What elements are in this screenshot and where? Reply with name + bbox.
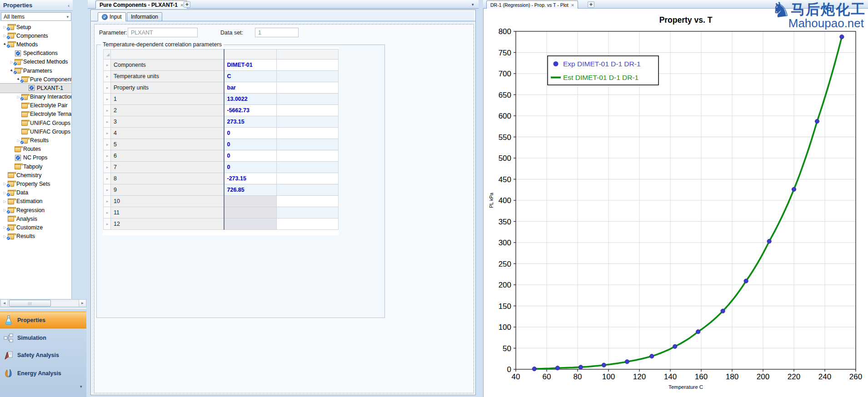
scrollbar-thumb[interactable]: ||| bbox=[9, 300, 51, 307]
row-selector-icon[interactable]: ▸ bbox=[104, 150, 111, 162]
tree-item-regression[interactable]: ▷✓Regression bbox=[0, 206, 71, 214]
empty-cell[interactable] bbox=[277, 207, 339, 218]
row-selector-icon[interactable]: ▸ bbox=[104, 82, 111, 94]
row-selector-icon[interactable]: ▸ bbox=[104, 105, 111, 116]
tree-item-chemistry[interactable]: Chemistry bbox=[0, 171, 71, 179]
tree-item-nc-props[interactable]: ✓NC Props bbox=[0, 154, 71, 162]
tab-information[interactable]: Information bbox=[127, 12, 162, 21]
module-button-energy-analysis[interactable]: Energy Analysis bbox=[0, 367, 86, 380]
tree-item-routes[interactable]: Routes bbox=[0, 145, 71, 154]
row-selector-icon[interactable]: ▸ bbox=[104, 173, 111, 184]
row-value-cell[interactable]: bar bbox=[224, 82, 277, 94]
tree-item-setup[interactable]: ▷✓Setup bbox=[0, 23, 71, 31]
configure-buttons-chevron-icon[interactable]: ▾ bbox=[80, 384, 82, 389]
empty-cell[interactable] bbox=[277, 94, 339, 105]
parameter-field[interactable]: PLXANT bbox=[128, 28, 198, 37]
empty-cell[interactable] bbox=[277, 173, 339, 184]
row-selector-icon[interactable]: ▸ bbox=[104, 60, 111, 71]
scroll-left-icon[interactable]: ◄ bbox=[1, 300, 8, 307]
tree-item-analysis[interactable]: Analysis bbox=[0, 214, 71, 223]
new-tab-button[interactable]: + bbox=[588, 1, 594, 8]
tab-overflow-icon[interactable]: ▾ bbox=[472, 2, 474, 7]
expand-arrow-icon[interactable]: ▷ bbox=[2, 199, 8, 203]
empty-cell[interactable] bbox=[277, 116, 339, 128]
tree-item-results[interactable]: ▷✓Results bbox=[0, 136, 71, 144]
empty-cell[interactable] bbox=[277, 162, 339, 173]
tree-item-components[interactable]: ▷✓Components bbox=[0, 31, 71, 40]
row-selector-icon[interactable]: ▸ bbox=[104, 162, 111, 173]
tree-item-parameters[interactable]: ▼✓Parameters bbox=[0, 66, 71, 75]
tree-item-electrolyte-ternary[interactable]: Electrolyte Ternary bbox=[0, 110, 71, 119]
select-all-corner-icon[interactable]: ◢ bbox=[106, 52, 110, 57]
tree-item-specifications[interactable]: ✓Specifications bbox=[0, 49, 71, 58]
pane-splitter[interactable] bbox=[479, 0, 483, 397]
empty-cell[interactable] bbox=[277, 218, 339, 230]
row-value-cell[interactable]: 13.0022 bbox=[224, 94, 277, 105]
tree-horizontal-scrollbar[interactable]: ◄ ||| ► bbox=[0, 299, 86, 307]
row-selector-icon[interactable]: ▸ bbox=[104, 184, 111, 196]
module-button-safety-analysis[interactable]: Safety Analysis bbox=[0, 349, 86, 362]
row-value-cell[interactable]: -273.15 bbox=[224, 173, 277, 184]
tab-pure-components-plxant-1[interactable]: Pure Components - PLXANT-1 × bbox=[95, 0, 187, 9]
tree-item-data[interactable]: ▷✓Data bbox=[0, 189, 71, 197]
row-selector-icon[interactable]: ▸ bbox=[104, 71, 111, 82]
row-selector-icon[interactable]: ▸ bbox=[104, 196, 111, 207]
empty-cell[interactable] bbox=[277, 82, 339, 94]
empty-cell[interactable] bbox=[277, 105, 339, 116]
exp-data-point bbox=[650, 354, 654, 358]
tab-input[interactable]: ✓ Input bbox=[98, 12, 126, 21]
x-tick-label: 180 bbox=[726, 372, 738, 381]
row-value-cell[interactable] bbox=[224, 218, 277, 230]
tree-filter-dropdown[interactable]: All Items ▾ bbox=[1, 12, 71, 21]
empty-cell[interactable] bbox=[277, 150, 339, 162]
tree-item-property-sets[interactable]: ▷✓Property Sets bbox=[0, 179, 71, 188]
row-value-cell[interactable]: 0 bbox=[224, 162, 277, 173]
row-value-cell[interactable]: DIMET-01 bbox=[224, 60, 277, 71]
tree-item-selected-methods[interactable]: ▷✓Selected Methods bbox=[0, 58, 71, 66]
row-selector-icon[interactable]: ▸ bbox=[104, 218, 111, 230]
collapse-panel-icon[interactable]: ‹ bbox=[68, 3, 70, 8]
tree-item-binary-interaction[interactable]: ▷✓Binary Interaction bbox=[0, 93, 71, 101]
row-value-cell[interactable]: C bbox=[224, 71, 277, 82]
tree-item-pure-components[interactable]: ▼✓Pure Components bbox=[0, 75, 71, 84]
row-value-cell[interactable]: 726.85 bbox=[224, 184, 277, 196]
row-selector-icon[interactable]: ▸ bbox=[104, 94, 111, 105]
parameter-table: ◢▸ComponentsDIMET-01▸Temperature unitsC▸… bbox=[103, 49, 339, 230]
close-tab-icon[interactable]: × bbox=[180, 2, 183, 8]
tree-item-tabpoly[interactable]: Tabpoly bbox=[0, 162, 71, 171]
row-selector-icon[interactable]: ▸ bbox=[104, 128, 111, 139]
tree-item-electrolyte-pair[interactable]: Electrolyte Pair bbox=[0, 101, 71, 110]
row-selector-icon[interactable]: ▸ bbox=[104, 139, 111, 150]
row-value-cell[interactable] bbox=[224, 196, 277, 207]
tree-item-estimation[interactable]: ▷Estimation bbox=[0, 197, 71, 206]
tree-item-plxant-1[interactable]: ✓PLXANT-1 bbox=[0, 84, 71, 92]
empty-cell[interactable] bbox=[277, 196, 339, 207]
tree-item-customize[interactable]: ▷✓Customize bbox=[0, 223, 71, 232]
module-button-simulation[interactable]: Simulation bbox=[0, 332, 86, 344]
tree-item-results[interactable]: ▷✓Results bbox=[0, 232, 71, 241]
tab-dr1-regression-plot[interactable]: DR-1 (Regression) - Prop. vs T - Plot × bbox=[486, 0, 578, 9]
y-tick-label: 650 bbox=[499, 91, 511, 99]
empty-cell[interactable] bbox=[277, 128, 339, 139]
empty-cell[interactable] bbox=[277, 71, 339, 82]
row-value-cell[interactable]: 273.15 bbox=[224, 116, 277, 128]
close-tab-icon[interactable]: × bbox=[571, 2, 574, 8]
new-tab-button[interactable]: + bbox=[184, 1, 190, 8]
scroll-right-icon[interactable]: ► bbox=[79, 300, 86, 307]
row-value-cell[interactable]: 0 bbox=[224, 150, 277, 162]
tree-item-unifac-groups-binary[interactable]: UNIFAC Groups Binary bbox=[0, 127, 71, 136]
row-selector-icon[interactable]: ▸ bbox=[104, 116, 111, 128]
module-button-properties[interactable]: Properties bbox=[0, 312, 86, 328]
x-tick-label: 160 bbox=[695, 372, 708, 381]
row-value-cell[interactable]: 0 bbox=[224, 128, 277, 139]
empty-cell[interactable] bbox=[277, 60, 339, 71]
row-value-cell[interactable] bbox=[224, 207, 277, 218]
row-selector-icon[interactable]: ▸ bbox=[104, 207, 111, 218]
tree-item-unifac-groups[interactable]: UNIFAC Groups bbox=[0, 119, 71, 127]
row-value-cell[interactable]: 0 bbox=[224, 139, 277, 150]
tree-item-methods[interactable]: ▼✓Methods bbox=[0, 40, 71, 49]
row-value-cell[interactable]: -5662.73 bbox=[224, 105, 277, 116]
dataset-field[interactable]: 1 bbox=[255, 28, 299, 37]
empty-cell[interactable] bbox=[277, 184, 339, 196]
empty-cell[interactable] bbox=[277, 139, 339, 150]
